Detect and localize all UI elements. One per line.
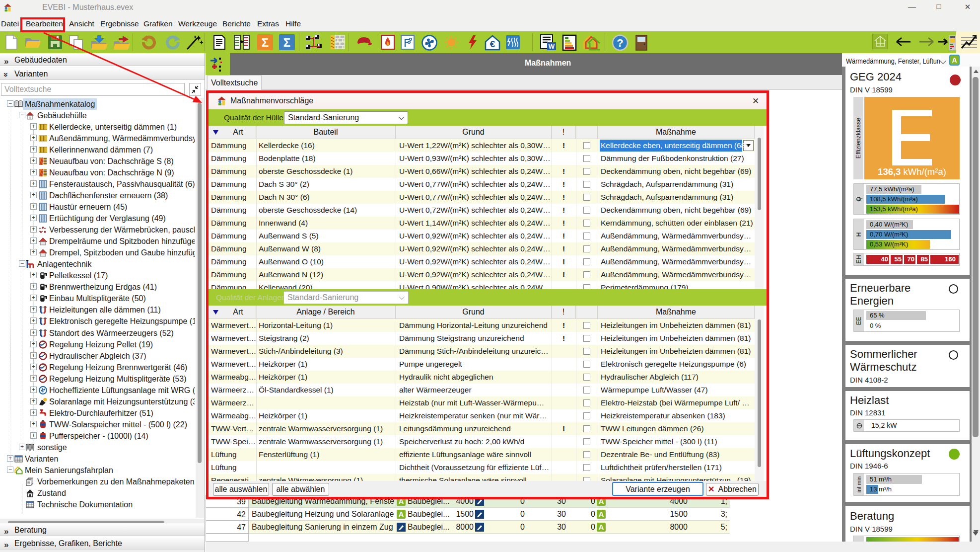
svg-text:?: ? [617, 37, 623, 49]
svg-text:W: W [549, 43, 555, 50]
svg-text:Σ: Σ [262, 36, 269, 49]
svg-text:€: € [490, 39, 495, 49]
svg-text:Σ: Σ [283, 36, 290, 49]
